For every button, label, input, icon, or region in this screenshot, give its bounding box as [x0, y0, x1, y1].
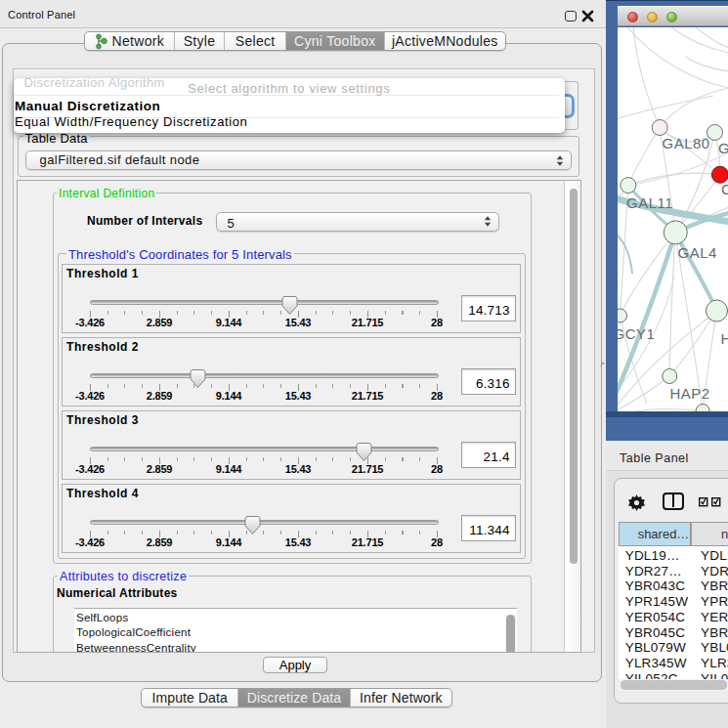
svg-text:GCY1: GCY1: [618, 325, 655, 342]
svg-text:G: G: [718, 140, 728, 156]
svg-text:GAL11: GAL11: [626, 194, 673, 211]
svg-text:GAL4: GAL4: [677, 244, 716, 261]
svg-text:H: H: [720, 330, 728, 347]
svg-text:C: C: [721, 181, 728, 197]
svg-text:GAL80: GAL80: [662, 135, 709, 151]
svg-text:HAP2: HAP2: [669, 385, 709, 402]
